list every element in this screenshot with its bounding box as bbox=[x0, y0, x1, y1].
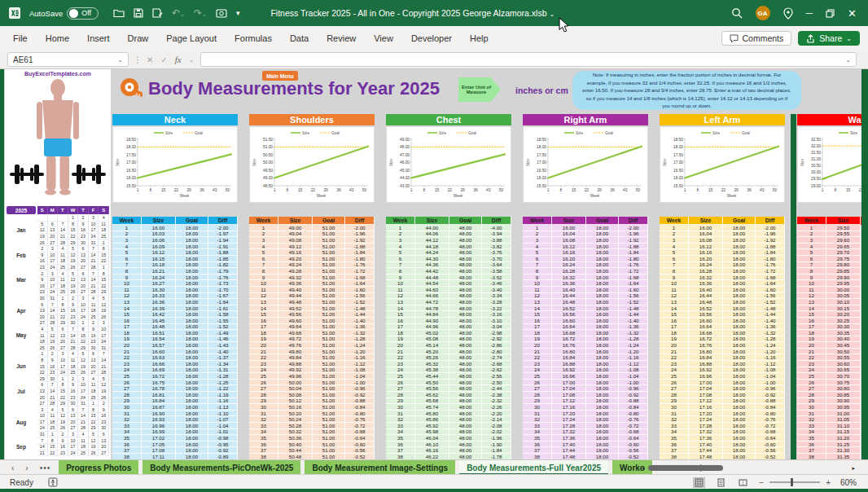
cell[interactable]: 25 bbox=[249, 373, 278, 380]
cell[interactable]: 18.00 bbox=[723, 411, 756, 417]
cell[interactable]: 19 bbox=[797, 336, 826, 343]
cell[interactable]: -0.88 bbox=[345, 398, 375, 405]
cell[interactable]: -0.52 bbox=[619, 454, 648, 459]
cell[interactable]: -0.95 bbox=[208, 441, 238, 448]
cell[interactable]: 18.00 bbox=[176, 244, 208, 250]
cell[interactable]: 24 bbox=[249, 367, 278, 374]
cell[interactable]: -1.37 bbox=[208, 354, 238, 361]
calendar-day-cell[interactable]: 5 bbox=[89, 432, 99, 438]
cell[interactable]: -1.10 bbox=[208, 411, 238, 417]
zoom-out-icon[interactable]: − bbox=[759, 478, 764, 487]
cell[interactable]: 18.00 bbox=[586, 256, 619, 262]
calendar-day-cell[interactable]: 20 bbox=[68, 420, 79, 426]
cell[interactable]: 16.60 bbox=[689, 318, 723, 324]
calendar-day-cell[interactable]: 15 bbox=[68, 227, 79, 234]
menu-tab-file[interactable]: File bbox=[13, 33, 28, 43]
cell[interactable]: 2 bbox=[660, 231, 689, 238]
cell[interactable]: 18.00 bbox=[723, 287, 756, 293]
cell[interactable]: -1.92 bbox=[345, 237, 375, 244]
cell[interactable]: -0.64 bbox=[345, 435, 375, 441]
cell[interactable]: 49.92 bbox=[278, 367, 313, 374]
cell[interactable]: 48.00 bbox=[449, 429, 482, 436]
cell[interactable]: -1.16 bbox=[619, 354, 648, 361]
cell[interactable]: 18.00 bbox=[176, 249, 208, 256]
cell[interactable]: -0.64 bbox=[756, 435, 785, 441]
calendar-day-cell[interactable]: 11 bbox=[89, 301, 99, 308]
cell[interactable]: 18.00 bbox=[176, 367, 208, 374]
cell[interactable]: -1.76 bbox=[756, 262, 785, 269]
calendar-day-cell[interactable]: 10 bbox=[99, 327, 109, 333]
cell[interactable]: 1 bbox=[797, 225, 826, 231]
calendar-day-cell[interactable]: 23 bbox=[89, 339, 99, 345]
calendar-day-cell[interactable]: 12 bbox=[99, 382, 109, 389]
cell[interactable]: 48.00 bbox=[449, 385, 482, 392]
cell[interactable]: 18 bbox=[249, 330, 278, 336]
cell[interactable]: 49.80 bbox=[278, 349, 313, 355]
cell[interactable]: 18.00 bbox=[723, 244, 756, 250]
cell[interactable]: 16.44 bbox=[552, 293, 586, 300]
cell[interactable]: 18.00 bbox=[723, 435, 756, 441]
calendar-day-cell[interactable]: 22 bbox=[89, 420, 99, 426]
menu-tab-data[interactable]: Data bbox=[290, 33, 309, 43]
cell[interactable]: 18.00 bbox=[176, 330, 208, 336]
cell[interactable]: 32 bbox=[523, 416, 552, 423]
cell[interactable]: 49.68 bbox=[278, 330, 313, 336]
cell[interactable]: 17.04 bbox=[552, 385, 586, 392]
calendar-day-cell[interactable]: 25 bbox=[37, 345, 48, 351]
cell[interactable]: 30 bbox=[249, 404, 278, 411]
cell[interactable]: 31.00 bbox=[826, 411, 861, 417]
calendar-day-cell[interactable]: 27 bbox=[99, 450, 109, 457]
calendar-day-cell[interactable]: 27 bbox=[68, 425, 79, 432]
cell[interactable]: 48.00 bbox=[449, 318, 482, 324]
cell[interactable]: -0.84 bbox=[756, 404, 785, 411]
calendar-day-cell[interactable]: 25 bbox=[58, 265, 68, 271]
cell[interactable]: -0.56 bbox=[345, 447, 375, 454]
cell[interactable]: 48.00 bbox=[449, 287, 482, 293]
cell[interactable]: 18.00 bbox=[723, 342, 756, 349]
cell[interactable]: 18.00 bbox=[586, 416, 619, 423]
cell[interactable]: -1.88 bbox=[208, 249, 238, 256]
cell[interactable]: -2.86 bbox=[482, 342, 511, 349]
calendar-day-cell[interactable]: 15 bbox=[48, 444, 59, 450]
cell[interactable]: 16.12 bbox=[142, 249, 176, 256]
calendar-day-cell[interactable]: 11 bbox=[78, 437, 89, 444]
calendar-day-cell[interactable]: 13 bbox=[58, 332, 68, 339]
excel-app-icon[interactable] bbox=[8, 7, 21, 20]
cell[interactable]: -3.58 bbox=[482, 268, 511, 275]
cell[interactable]: 16.20 bbox=[689, 256, 723, 262]
cell[interactable]: 50.08 bbox=[278, 392, 313, 398]
calendar-day-cell[interactable]: 22 bbox=[58, 314, 68, 321]
calendar-day-cell[interactable]: 6 bbox=[58, 327, 68, 333]
cell[interactable]: 50.44 bbox=[278, 447, 313, 454]
calendar-day-cell[interactable]: 3 bbox=[68, 432, 79, 438]
calendar-day-cell[interactable]: 15 bbox=[99, 253, 109, 259]
cell[interactable]: 18.00 bbox=[723, 305, 756, 312]
cell[interactable]: 18.00 bbox=[586, 330, 619, 336]
cell[interactable]: 33 bbox=[797, 423, 826, 429]
cell[interactable]: 48.00 bbox=[449, 268, 482, 275]
fx-chevron-icon[interactable]: ⌄ bbox=[189, 56, 195, 64]
calendar-day-cell[interactable]: 3 bbox=[37, 406, 48, 413]
calendar-day-cell[interactable] bbox=[37, 215, 48, 222]
calendar-day-cell[interactable]: 21 bbox=[89, 258, 99, 265]
cell[interactable]: 36 bbox=[523, 441, 552, 448]
cell[interactable]: 50.24 bbox=[278, 416, 313, 423]
cell[interactable]: 44.66 bbox=[415, 293, 449, 300]
calendar-day-cell[interactable]: 20 bbox=[99, 444, 109, 450]
cell[interactable]: -0.60 bbox=[619, 441, 648, 448]
cell[interactable]: -1.82 bbox=[208, 262, 238, 269]
calendar-day-cell[interactable]: 2 bbox=[99, 401, 109, 407]
cell[interactable]: -0.72 bbox=[756, 423, 785, 429]
cell[interactable]: 16.08 bbox=[689, 237, 723, 244]
calendar-day-cell[interactable]: 2 bbox=[58, 432, 68, 438]
calendar-day-cell[interactable]: 1 bbox=[89, 401, 99, 407]
cell[interactable]: 51.00 bbox=[313, 361, 345, 367]
calendar-day-cell[interactable]: 17 bbox=[48, 283, 59, 290]
calendar-day-cell[interactable]: 17 bbox=[58, 363, 68, 370]
cell[interactable]: 45.86 bbox=[415, 416, 449, 423]
cell[interactable]: -1.73 bbox=[208, 280, 238, 287]
cell[interactable]: 18.00 bbox=[586, 398, 619, 405]
cell[interactable]: 44.42 bbox=[415, 268, 449, 275]
cell[interactable]: 16.63 bbox=[142, 354, 176, 361]
cell[interactable]: 48.00 bbox=[449, 275, 482, 281]
